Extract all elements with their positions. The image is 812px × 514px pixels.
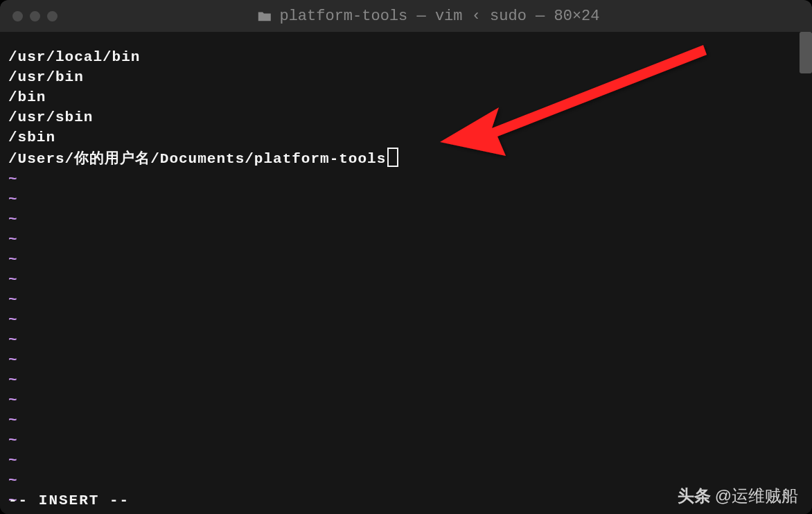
maximize-button[interactable] (47, 11, 58, 21)
tilde-line: ~ (8, 430, 804, 450)
title-bar: platform-tools — vim ‹ sudo — 80×24 (0, 0, 812, 32)
scrollbar[interactable] (800, 32, 812, 73)
title-text: platform-tools — vim ‹ sudo — 80×24 (279, 8, 599, 25)
editor-line: /sbin (8, 127, 804, 148)
folder-icon (257, 10, 272, 22)
window-title: platform-tools — vim ‹ sudo — 80×24 (58, 8, 800, 25)
minimize-button[interactable] (30, 11, 40, 21)
tilde-line: ~ (8, 410, 804, 430)
tilde-line: ~ (8, 209, 804, 229)
editor-line-cursor: /Users/你的用户名/Documents/platform-tools (8, 148, 804, 169)
tilde-line: ~ (8, 330, 804, 350)
tilde-line: ~ (8, 169, 804, 189)
editor-line: /usr/local/bin (8, 47, 804, 67)
tilde-line: ~ (8, 189, 804, 209)
tilde-line: ~ (8, 390, 804, 410)
tilde-line: ~ (8, 450, 804, 470)
tilde-lines: ~~~~~~~~~~~~~~~~~ (8, 169, 804, 511)
editor-line: /usr/sbin (8, 107, 804, 127)
tilde-line: ~ (8, 310, 804, 330)
watermark: 头条 @运维贼船 (678, 485, 798, 507)
editor-line: /usr/bin (8, 67, 804, 87)
tilde-line: ~ (8, 290, 804, 310)
watermark-brand: 头条 (678, 485, 711, 507)
tilde-line: ~ (8, 269, 804, 290)
tilde-line: ~ (8, 229, 804, 249)
tilde-line: ~ (8, 249, 804, 269)
terminal-body[interactable]: /usr/local/bin /usr/bin /bin /usr/sbin /… (0, 32, 812, 514)
vim-status-line: -- INSERT -- (8, 493, 130, 508)
editor-line: /bin (8, 87, 804, 107)
watermark-user: @运维贼船 (715, 485, 798, 507)
close-button[interactable] (12, 11, 23, 21)
tilde-line: ~ (8, 350, 804, 370)
traffic-lights (12, 11, 58, 21)
tilde-line: ~ (8, 370, 804, 390)
terminal-window: platform-tools — vim ‹ sudo — 80×24 /usr… (0, 0, 812, 514)
